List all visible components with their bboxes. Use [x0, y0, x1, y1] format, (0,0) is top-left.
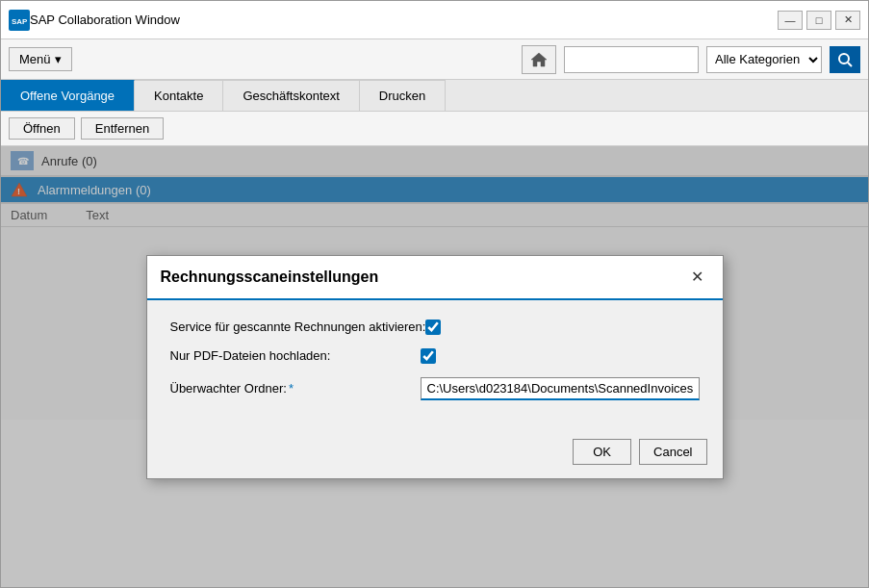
svg-text:SAP: SAP — [12, 17, 28, 26]
dialog-title: Rechnungsscaneinstellungen — [161, 268, 379, 286]
dialog-close-button[interactable]: ✕ — [686, 266, 709, 289]
content-area: ☎ Anrufe (0) ! Alarmmeldungen (0) Datum — [1, 146, 868, 587]
search-input[interactable] — [564, 46, 699, 73]
tab-offene-vorgaenge[interactable]: Offene Vorgänge — [1, 80, 135, 111]
window-controls: — □ ✕ — [778, 11, 860, 30]
folder-input[interactable] — [421, 377, 700, 400]
required-marker: * — [289, 381, 294, 396]
folder-row: Überwachter Ordner:* — [170, 377, 700, 400]
svg-point-3 — [839, 54, 849, 64]
home-icon — [530, 52, 548, 67]
menu-arrow-icon: ▾ — [55, 52, 62, 66]
ok-button[interactable]: OK — [573, 439, 631, 465]
menu-button[interactable]: Menü ▾ — [9, 47, 72, 71]
pdf-checkbox[interactable] — [421, 348, 436, 364]
pdf-label: Nur PDF-Dateien hochladen: — [170, 348, 421, 363]
search-icon — [837, 52, 853, 67]
remove-button[interactable]: Entfernen — [81, 117, 164, 140]
action-bar: Öffnen Entfernen — [1, 112, 868, 146]
window-title: SAP Collaboration Window — [30, 13, 778, 27]
svg-marker-2 — [531, 53, 547, 66]
folder-label: Überwachter Ordner:* — [170, 381, 421, 396]
dialog-rechnungsscan: Rechnungsscaneinstellungen ✕ Service für… — [146, 255, 724, 479]
app-icon: SAP — [9, 10, 30, 31]
minimize-button[interactable]: — — [778, 11, 803, 30]
tab-geschaeftskontext[interactable]: Geschäftskontext — [223, 80, 359, 111]
tab-kontakte[interactable]: Kontakte — [135, 80, 223, 111]
dialog-body: Service für gescannte Rechnungen aktivie… — [147, 300, 723, 429]
tab-bar: Offene Vorgänge Kontakte Geschäftskontex… — [1, 80, 868, 112]
title-bar: SAP SAP Collaboration Window — □ ✕ — [1, 1, 868, 39]
close-window-button[interactable]: ✕ — [835, 11, 860, 30]
home-button[interactable] — [522, 45, 556, 74]
category-select[interactable]: Alle Kategorien — [706, 46, 822, 73]
pdf-row: Nur PDF-Dateien hochladen: — [170, 348, 700, 364]
service-checkbox[interactable] — [425, 320, 441, 335]
maximize-button[interactable]: □ — [806, 11, 831, 30]
cancel-button[interactable]: Cancel — [639, 439, 706, 465]
service-label: Service für gescannte Rechnungen aktivie… — [170, 320, 426, 334]
service-row: Service für gescannte Rechnungen aktivie… — [170, 320, 700, 335]
open-button[interactable]: Öffnen — [9, 117, 75, 140]
modal-overlay: Rechnungsscaneinstellungen ✕ Service für… — [1, 146, 868, 587]
tab-drucken[interactable]: Drucken — [360, 80, 446, 111]
main-window: SAP SAP Collaboration Window — □ ✕ Menü … — [0, 0, 869, 588]
dialog-title-bar: Rechnungsscaneinstellungen ✕ — [147, 256, 723, 300]
svg-line-4 — [848, 63, 852, 66]
menu-label: Menü — [19, 52, 51, 66]
toolbar: Menü ▾ Alle Kategorien — [1, 39, 868, 80]
search-button[interactable] — [830, 46, 860, 73]
dialog-footer: OK Cancel — [147, 429, 723, 478]
